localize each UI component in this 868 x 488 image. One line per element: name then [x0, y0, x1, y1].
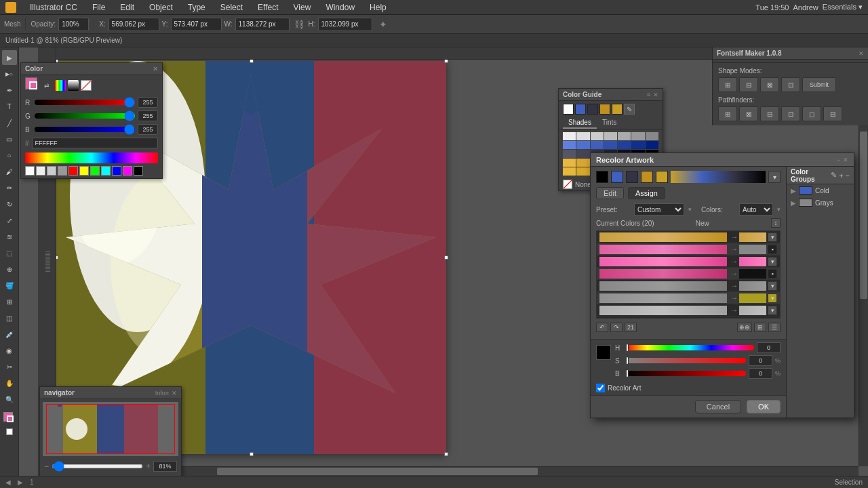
shape-builder-tool[interactable]: ⊕ — [2, 262, 17, 277]
selection-tool[interactable]: ▶ — [2, 50, 17, 65]
fill-stroke-indicator[interactable] — [2, 411, 17, 426]
cg-add-icon[interactable]: + — [839, 171, 843, 180]
handle-bc[interactable] — [250, 452, 254, 456]
color-row-2[interactable]: → ▪ — [597, 243, 780, 256]
pencil-tool[interactable]: ✏ — [2, 180, 17, 195]
line-tool[interactable]: ╱ — [2, 115, 17, 130]
color-guide-close[interactable]: ✕ — [653, 92, 658, 98]
b-value[interactable] — [138, 124, 158, 135]
handle-mr[interactable] — [444, 256, 448, 260]
add-row-icon[interactable]: 21 — [625, 323, 637, 332]
menu-effect[interactable]: Effect — [254, 1, 282, 14]
nav-zoom-out[interactable]: − — [44, 462, 49, 471]
shade-2-6[interactable] — [631, 141, 644, 149]
menu-view[interactable]: View — [290, 1, 315, 14]
color-row-action-3[interactable]: ▾ — [768, 257, 777, 266]
color-row-action-2[interactable]: ▪ — [768, 245, 777, 254]
recolor-title-bar[interactable]: Recolor Artwork − ✕ — [591, 153, 854, 167]
pf-outline[interactable]: ◻ — [802, 106, 821, 121]
color-row-6[interactable]: → ▾ — [597, 292, 780, 304]
color-row-action-4[interactable]: ▪ — [768, 269, 777, 279]
fontself-header[interactable]: Fontself Maker 1.0.8 ✕ — [713, 47, 868, 60]
swatch-blue[interactable] — [112, 166, 121, 176]
color-panel-close[interactable]: ✕ — [153, 65, 158, 73]
shade-2-7[interactable] — [646, 141, 658, 149]
recolor-close[interactable]: ✕ — [843, 157, 848, 163]
rc-swatch-blue[interactable] — [611, 171, 623, 183]
none-swatch[interactable] — [563, 180, 572, 189]
color-panel-header[interactable]: Color ✕ — [21, 63, 162, 75]
cancel-button[interactable]: Cancel — [695, 400, 741, 413]
preset-menu[interactable]: ▾ — [688, 206, 692, 213]
live-paint-tool[interactable]: 🪣 — [2, 278, 17, 293]
hsb-swatch[interactable] — [596, 345, 611, 360]
guide-swatch-blue[interactable] — [575, 104, 586, 115]
b-input[interactable] — [749, 368, 772, 379]
shade-1-3[interactable] — [591, 132, 604, 140]
tab-edit[interactable]: Edit — [596, 187, 624, 199]
recolor-minimize[interactable]: − — [837, 157, 840, 163]
y-input[interactable] — [171, 18, 222, 31]
color-row-action-7[interactable]: ▾ — [768, 306, 777, 315]
color-bar-menu[interactable]: ▾ — [768, 171, 781, 183]
shade-2-4[interactable] — [604, 141, 617, 149]
h-slider[interactable] — [626, 345, 754, 350]
tab-shades[interactable]: Shades — [563, 117, 597, 129]
sm-expand[interactable]: Submit — [802, 77, 836, 92]
h-input[interactable] — [318, 18, 372, 31]
shade-4-2[interactable] — [576, 159, 589, 167]
g-slider[interactable] — [35, 113, 135, 119]
shade-3-2[interactable] — [576, 150, 589, 158]
menu-illustrator[interactable]: Illustrator CC — [26, 1, 81, 14]
navigator-close[interactable]: ✕ — [172, 390, 177, 396]
sort-icon[interactable]: ↕ — [771, 218, 781, 228]
nav-zoom-input[interactable] — [153, 461, 177, 472]
fill-stroke-boxes[interactable] — [25, 77, 41, 94]
swatch-magenta[interactable] — [123, 166, 132, 176]
menu-window[interactable]: Window — [321, 1, 359, 14]
colors-select[interactable]: Auto 12345 — [739, 203, 773, 216]
color-row-3[interactable]: → ▾ — [597, 256, 780, 268]
pen-tool[interactable]: ✒ — [2, 83, 17, 98]
shade-2-3[interactable] — [591, 141, 604, 149]
menu-help[interactable]: Help — [366, 1, 391, 14]
shade-5-1[interactable] — [563, 167, 576, 176]
list-icon[interactable]: ☰ — [768, 323, 781, 332]
pf-trim[interactable]: ⊠ — [739, 106, 758, 121]
shade-1-6[interactable] — [631, 132, 644, 140]
color-mode-gradient[interactable] — [68, 80, 79, 91]
warp-tool[interactable]: ≋ — [2, 229, 17, 244]
rect-tool[interactable]: ▭ — [2, 131, 17, 146]
scroll-thumb-h[interactable] — [217, 468, 538, 475]
color-row-action-6[interactable]: ▾ — [768, 293, 777, 303]
rc-swatch-amber[interactable] — [656, 171, 668, 183]
cg-group-cold[interactable]: ▶ Cold — [787, 184, 854, 197]
scale-tool[interactable]: ⤢ — [2, 213, 17, 228]
handle-br[interactable] — [444, 452, 448, 456]
status-arrow-right[interactable]: ▶ — [18, 479, 23, 486]
cg-group-grays[interactable]: ▶ Grays — [787, 197, 854, 209]
hex-input[interactable] — [32, 138, 158, 148]
guide-swatch-white[interactable] — [563, 104, 574, 115]
guide-swatch-gold[interactable] — [599, 104, 610, 115]
none-color-btn[interactable] — [6, 428, 13, 435]
shade-4-1[interactable] — [563, 159, 576, 167]
tab-assign[interactable]: Assign — [628, 187, 665, 199]
w-input[interactable] — [235, 18, 290, 31]
color-mode-none[interactable] — [81, 80, 92, 91]
colors-menu[interactable]: ▾ — [777, 206, 781, 213]
transform-icon[interactable]: ✦ — [375, 19, 391, 30]
b-slider[interactable] — [626, 371, 746, 376]
undo-icon[interactable]: ↶ — [596, 323, 608, 332]
r-slider[interactable] — [35, 100, 135, 105]
guide-swatch-amber[interactable] — [612, 104, 623, 115]
color-guide-menu[interactable]: ≡ — [647, 92, 650, 98]
swatch-yellow[interactable] — [79, 166, 89, 176]
fontself-close[interactable]: ✕ — [859, 50, 864, 57]
menu-object[interactable]: Object — [145, 1, 177, 14]
cg-delete-icon[interactable]: − — [846, 171, 850, 180]
menu-file[interactable]: File — [88, 1, 109, 14]
swatch-darkgray[interactable] — [58, 166, 67, 176]
shade-1-4[interactable] — [604, 132, 617, 140]
shade-1-5[interactable] — [618, 132, 631, 140]
